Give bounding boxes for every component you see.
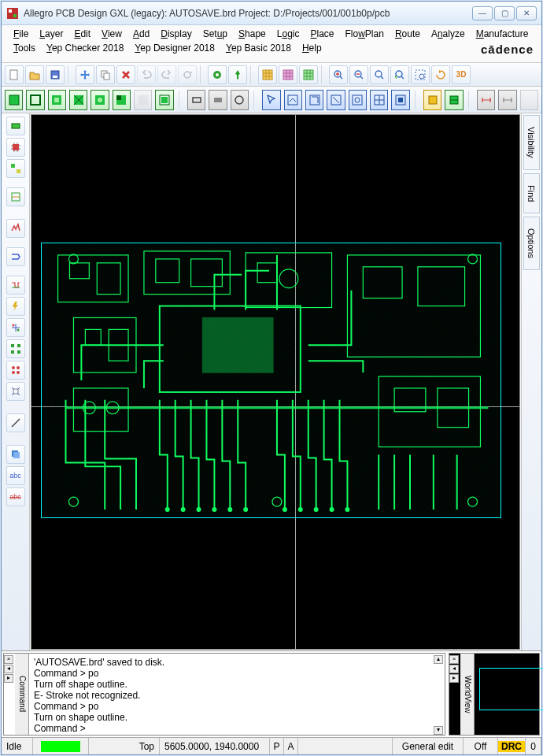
lt-line-button[interactable] bbox=[6, 413, 25, 432]
new-button[interactable] bbox=[5, 65, 24, 84]
scroll-down-button[interactable]: ▾ bbox=[434, 726, 443, 735]
zoom-in-button[interactable] bbox=[329, 65, 348, 84]
polyline3-button[interactable] bbox=[327, 90, 345, 110]
lt-bus-button[interactable] bbox=[6, 247, 25, 266]
menu-yepdesigner[interactable]: Yep Designer 2018 bbox=[129, 41, 220, 55]
polyline1-button[interactable] bbox=[284, 90, 302, 110]
status-layer[interactable]: Top bbox=[89, 738, 160, 754]
close-button[interactable]: ✕ bbox=[516, 6, 537, 20]
worldview-canvas[interactable] bbox=[475, 654, 539, 735]
pin-button[interactable] bbox=[228, 65, 247, 84]
menu-yepbasic[interactable]: Yep Basic 2018 bbox=[220, 41, 297, 55]
copy-button[interactable] bbox=[96, 65, 115, 84]
special1-button[interactable] bbox=[423, 90, 441, 110]
status-a[interactable]: A bbox=[284, 738, 298, 754]
tab-options[interactable]: Options bbox=[523, 217, 540, 270]
polyline6-button[interactable] bbox=[391, 90, 409, 110]
lt-route-button[interactable] bbox=[6, 187, 25, 206]
menu-setup[interactable]: Setup bbox=[198, 27, 233, 41]
polyline2-button[interactable] bbox=[305, 90, 323, 110]
dim-h-button[interactable] bbox=[477, 90, 495, 110]
maximize-button[interactable]: ▢ bbox=[494, 6, 515, 20]
delete-button[interactable] bbox=[116, 65, 135, 84]
menu-place[interactable]: Place bbox=[305, 27, 339, 41]
cmd-right-button[interactable]: ▸ bbox=[4, 674, 13, 683]
menu-file[interactable]: File bbox=[8, 27, 34, 41]
menu-flowplan[interactable]: FlowPlan bbox=[340, 27, 390, 41]
menu-logic[interactable]: Logic bbox=[272, 27, 305, 41]
lt-layer-button[interactable] bbox=[6, 445, 25, 464]
zoom-prev-button[interactable] bbox=[390, 65, 409, 84]
lt-pwr-button[interactable] bbox=[6, 297, 25, 316]
command-log[interactable]: 'AUTOSAVE.brd' saved to disk. Command > … bbox=[29, 654, 434, 735]
menu-edit[interactable]: Edit bbox=[68, 27, 96, 41]
grid3-button[interactable] bbox=[299, 65, 318, 84]
menu-shape[interactable]: Shape bbox=[233, 27, 272, 41]
status-p[interactable]: P bbox=[270, 738, 284, 754]
save-button[interactable] bbox=[46, 65, 65, 84]
lt-text1-button[interactable]: abc bbox=[6, 466, 25, 485]
shape4-button[interactable] bbox=[69, 90, 87, 110]
scroll-up-button[interactable]: ▴ bbox=[434, 655, 443, 664]
wv-close-button[interactable]: × bbox=[449, 655, 459, 664]
zoom-sel-button[interactable] bbox=[411, 65, 430, 84]
special2-button[interactable] bbox=[445, 90, 463, 110]
cmd-close-button[interactable]: × bbox=[4, 655, 13, 664]
menu-display[interactable]: Display bbox=[155, 27, 197, 41]
refresh-button[interactable] bbox=[431, 65, 450, 84]
rect-fill-button[interactable] bbox=[209, 90, 227, 110]
lt-trace-button[interactable] bbox=[6, 219, 25, 238]
circle-button[interactable] bbox=[231, 90, 249, 110]
tab-visibility[interactable]: Visibility bbox=[523, 115, 540, 170]
lt-pattern-button[interactable] bbox=[6, 361, 25, 380]
redo-button[interactable] bbox=[157, 65, 176, 84]
minimize-button[interactable]: — bbox=[472, 6, 493, 20]
design-canvas[interactable] bbox=[31, 114, 520, 650]
menu-route[interactable]: Route bbox=[390, 27, 426, 41]
shape8-button[interactable] bbox=[155, 90, 173, 110]
select-button[interactable] bbox=[262, 90, 280, 110]
shape5-button[interactable] bbox=[90, 90, 109, 110]
move-button[interactable] bbox=[76, 65, 94, 84]
menu-view[interactable]: View bbox=[96, 27, 127, 41]
lt-text2-button[interactable]: abc bbox=[6, 487, 25, 506]
grid1-button[interactable] bbox=[258, 65, 277, 84]
shape3-button[interactable] bbox=[48, 90, 66, 110]
shape2-button[interactable] bbox=[26, 90, 44, 110]
open-button[interactable] bbox=[25, 65, 44, 84]
lt-expand-button[interactable] bbox=[6, 382, 25, 401]
polyline4-button[interactable] bbox=[349, 90, 367, 110]
lt-net-button[interactable] bbox=[6, 159, 25, 178]
zoom-fit-button[interactable] bbox=[370, 65, 389, 84]
zoom-out-button[interactable] bbox=[349, 65, 368, 84]
lt-comp-button[interactable] bbox=[6, 117, 25, 135]
menu-manufacture[interactable]: Manufacture bbox=[471, 27, 534, 41]
menu-add[interactable]: Add bbox=[127, 27, 155, 41]
undo-button[interactable] bbox=[137, 65, 156, 84]
command-tab[interactable]: Command bbox=[15, 654, 29, 735]
cmd-left-button[interactable]: ◂ bbox=[4, 665, 13, 673]
lt-ic-button[interactable] bbox=[6, 138, 25, 157]
lt-align-button[interactable] bbox=[6, 318, 25, 337]
rect-button[interactable] bbox=[187, 90, 205, 110]
lt-array-button[interactable] bbox=[6, 339, 25, 358]
marker-button[interactable] bbox=[208, 65, 227, 84]
shape6-button[interactable] bbox=[113, 90, 131, 110]
worldview-tab[interactable]: WorldView bbox=[460, 654, 475, 735]
status-drc-cell[interactable]: DRC bbox=[498, 738, 526, 754]
grid2-button[interactable] bbox=[279, 65, 297, 84]
rotate-button[interactable] bbox=[178, 65, 197, 84]
menu-analyze[interactable]: Analyze bbox=[426, 27, 471, 41]
lt-diff-button[interactable] bbox=[6, 276, 25, 295]
3d-button[interactable]: 3D bbox=[452, 65, 471, 84]
dim-v-button[interactable] bbox=[498, 90, 516, 110]
menu-help[interactable]: Help bbox=[297, 41, 327, 55]
menu-yepchecker[interactable]: Yep Checker 2018 bbox=[41, 41, 129, 55]
menu-layer[interactable]: Layer bbox=[34, 27, 68, 41]
wv-right-button[interactable]: ▸ bbox=[449, 674, 459, 683]
polyline5-button[interactable] bbox=[370, 90, 388, 110]
shape1-button[interactable] bbox=[5, 90, 23, 110]
tab-find[interactable]: Find bbox=[523, 173, 540, 213]
wv-left-button[interactable]: ◂ bbox=[449, 665, 459, 673]
menu-tools[interactable]: Tools bbox=[8, 41, 41, 55]
